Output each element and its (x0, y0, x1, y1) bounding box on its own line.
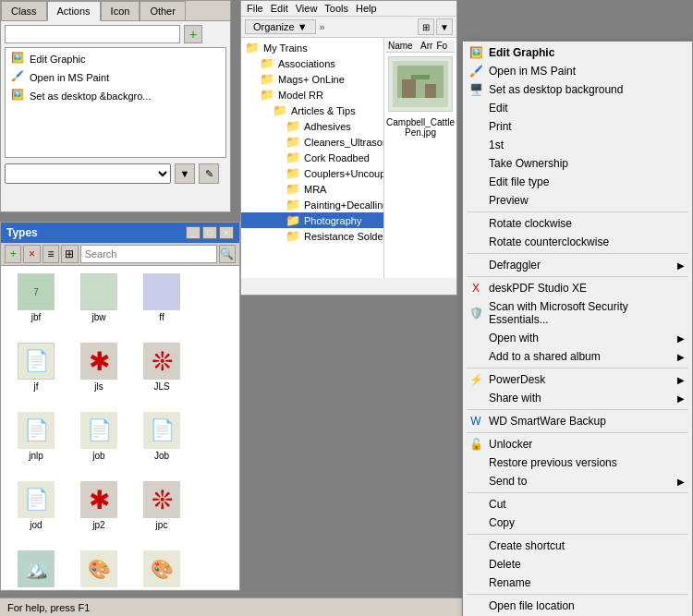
type-item-jp2[interactable]: ✱ jp2 (67, 477, 130, 547)
ctx-arrow-send-to: ▶ (677, 477, 685, 487)
ctx-create-shortcut[interactable]: Create shortcut (463, 537, 692, 555)
search-button[interactable]: 🔍 (219, 245, 236, 263)
organize-button[interactable]: Organize ▼ (245, 19, 316, 34)
tree-articles-tips[interactable]: 📁Articles & Tips (241, 103, 383, 118)
edit-small-btn[interactable]: ✎ (199, 163, 219, 184)
tab-actions[interactable]: Actions (47, 1, 101, 21)
tree-photography[interactable]: 📁Photography (241, 212, 383, 228)
type-item-jnlp[interactable]: 📄 jnlp (5, 408, 67, 477)
folder-icon: 📁 (286, 119, 300, 133)
tree-adhesives[interactable]: 📁Adhesives (241, 118, 383, 134)
type-item-jf[interactable]: 📄 jf (5, 339, 67, 408)
view-dropdown-btn[interactable]: ▼ (436, 18, 453, 35)
left-panel: Class Actions Icon Other + 🖼️ Edit Graph… (0, 0, 231, 212)
ctx-rotate-ccw[interactable]: Rotate counterclockwise (463, 233, 692, 251)
ctx-edit-graphic[interactable]: 🖼️ Edit Graphic (463, 43, 692, 62)
ctx-restore-versions[interactable]: Restore previous versions (463, 453, 692, 472)
ctx-wd-backup[interactable]: W WD SmartWare Backup (463, 412, 692, 430)
ctx-share-with[interactable]: Share with ▶ (463, 389, 692, 407)
remove-type-button[interactable]: × (23, 245, 40, 263)
tree-model-rr[interactable]: 📁Model RR (241, 87, 383, 103)
ctx-print[interactable]: Print (463, 117, 692, 136)
type-icon-jod: 📄 (18, 481, 55, 518)
tree-my-trains[interactable]: 📁My Trains (241, 40, 383, 55)
tab-class[interactable]: Class (1, 1, 47, 20)
tree-painting[interactable]: 📁Painting+Decalling (241, 197, 383, 212)
tree-mra[interactable]: 📁MRA (241, 181, 383, 197)
add-action-button[interactable]: + (184, 25, 202, 43)
menu-help[interactable]: Help (356, 3, 377, 14)
menu-tools[interactable]: Tools (324, 3, 348, 14)
type-item-jod[interactable]: 📄 jod (5, 477, 67, 547)
type-item-JLS[interactable]: ❊ JLS (130, 339, 193, 408)
svg-rect-4 (411, 75, 430, 79)
tree-mags-online[interactable]: 📁Mags+ OnLine (241, 71, 383, 87)
ctx-rotate-cw[interactable]: Rotate clockwise (463, 214, 692, 233)
type-item-Job[interactable]: 📄 Job (130, 408, 193, 477)
action-set-desktop[interactable]: 🖼️ Set as desktop &backgro... (7, 87, 224, 105)
ctx-cut[interactable]: Cut (463, 495, 692, 513)
add-type-button[interactable]: + (5, 245, 21, 263)
type-item-jls[interactable]: ✱ jls (67, 339, 130, 408)
ctx-copy[interactable]: Copy (463, 513, 692, 532)
view-grid-btn[interactable]: ⊞ (418, 18, 434, 35)
tab-bar: Class Actions Icon Other (1, 1, 230, 21)
tree-cleaners[interactable]: 📁Cleaners_Ultrason... (241, 134, 383, 150)
ctx-deskpdf[interactable]: X deskPDF Studio XE (463, 279, 692, 297)
more-button[interactable]: » (320, 21, 325, 32)
ctx-preview[interactable]: Preview (463, 191, 692, 210)
ctx-powerdesk[interactable]: ⚡ PowerDesk ▶ (463, 370, 692, 389)
col-arr-header: Arr (420, 41, 437, 51)
ctx-add-shared-album[interactable]: Add to a shared album ▶ (463, 347, 692, 366)
action-edit-graphic[interactable]: 🖼️ Edit Graphic (7, 50, 224, 68)
tab-icon[interactable]: Icon (101, 1, 140, 20)
type-item-job[interactable]: 📄 job (67, 408, 130, 477)
type-icon-jbf: 7 (18, 273, 55, 310)
ctx-unlocker[interactable]: 🔓 Unlocker (463, 435, 692, 453)
types-search-input[interactable] (80, 245, 217, 263)
minimize-button[interactable]: _ (186, 226, 201, 239)
type-item-jbf[interactable]: 7 jbf (5, 270, 67, 339)
restore-button[interactable]: □ (202, 226, 217, 239)
ctx-1st[interactable]: 1st (463, 136, 692, 154)
ctx-sep-4 (467, 368, 688, 368)
tab-other[interactable]: Other (140, 1, 186, 20)
scan-icon: 🛡️ (468, 306, 483, 320)
ctx-open-ms-paint[interactable]: 🖌️ Open in MS Paint (463, 62, 692, 80)
deskpdf-icon: X (468, 281, 483, 296)
tree-area: 📁My Trains 📁Associations 📁Mags+ OnLine 📁… (241, 38, 456, 278)
dropdown-btn[interactable]: ▼ (175, 163, 195, 184)
explorer-window: File Edit View Tools Help Organize ▼ » ⊞… (240, 0, 457, 296)
ctx-open-file-location[interactable]: Open file location (463, 597, 692, 615)
type-item-jbw[interactable]: jbw (67, 270, 130, 339)
type-item-jpe[interactable]: 🏔️ jpe (5, 547, 67, 589)
ctx-edit-file-type[interactable]: Edit file type (463, 173, 692, 191)
action-search-input[interactable] (5, 25, 180, 43)
view-grid-button[interactable]: ⊞ (61, 245, 78, 263)
tree-couplers[interactable]: 📁Couplers+Uncouple... (241, 165, 383, 181)
type-item-jpg[interactable]: 🎨 jpg (130, 547, 193, 589)
ctx-delete[interactable]: Delete (463, 555, 692, 574)
ctx-send-to[interactable]: Send to ▶ (463, 472, 692, 490)
ctx-set-desktop-bg[interactable]: 🖥️ Set as desktop background (463, 80, 692, 99)
tree-associations[interactable]: 📁Associations (241, 55, 383, 71)
ctx-take-ownership[interactable]: Take Ownership (463, 154, 692, 173)
menu-file[interactable]: File (247, 3, 263, 14)
ctx-edit[interactable]: Edit (463, 99, 692, 117)
action-open-ms-paint[interactable]: 🖌️ Open in MS Paint (7, 68, 224, 87)
tree-resistance[interactable]: 📁Resistance Solderin... (241, 228, 383, 244)
ctx-open-with[interactable]: Open with ▶ (463, 329, 692, 347)
ctx-sep-6 (467, 432, 688, 433)
type-item-jpeg[interactable]: 🎨 jpeg (67, 547, 130, 589)
ctx-scan-security[interactable]: 🛡️ Scan with Microsoft Security Essentia… (463, 297, 692, 329)
type-item-jpc[interactable]: ❊ jpc (130, 477, 193, 547)
tree-cork[interactable]: 📁Cork Roadbed (241, 150, 383, 165)
menu-edit[interactable]: Edit (271, 3, 288, 14)
ctx-rename[interactable]: Rename (463, 574, 692, 592)
close-button[interactable]: × (219, 226, 234, 239)
type-item-ff[interactable]: ff (130, 270, 193, 339)
ctx-defraggler[interactable]: Defraggler ▶ (463, 256, 692, 274)
view-list-button[interactable]: ≡ (43, 245, 59, 263)
menu-view[interactable]: View (296, 3, 318, 14)
action-dropdown[interactable] (5, 163, 171, 184)
